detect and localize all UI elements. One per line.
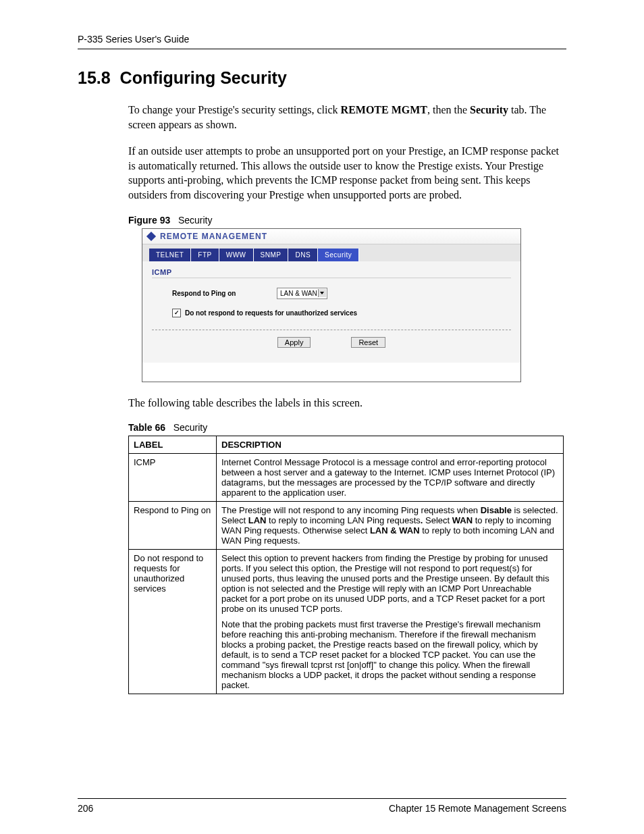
tab-row: TELNET FTP WWW SNMP DNS Security: [142, 244, 520, 261]
window-titlebar: REMOTE MANAGEMENT: [142, 229, 520, 244]
section-heading: 15.8 Configuring Security: [78, 68, 566, 88]
table-title: Security: [173, 422, 208, 433]
tab-dns[interactable]: DNS: [288, 249, 318, 261]
tab-www[interactable]: WWW: [219, 249, 254, 261]
security-panel: ICMP Respond to Ping on LAN & WAN ✓ Do n…: [142, 261, 520, 363]
table-header-row: LABEL DESCRIPTION: [129, 436, 564, 454]
page-number: 206: [78, 803, 93, 814]
cell-description: Select this option to prevent hackers fr…: [217, 550, 564, 694]
intro-paragraph-2: If an outside user attempts to probe an …: [128, 144, 566, 202]
text-fragment: The Prestige will not respond to any inc…: [221, 505, 481, 515]
bold-lan-wan: LAN & WAN: [370, 525, 420, 536]
tab-telnet[interactable]: TELNET: [149, 249, 191, 261]
table-row: Respond to Ping on The Prestige will not…: [129, 502, 564, 550]
text-fragment: To change your Prestige's security setti…: [128, 104, 341, 115]
cell-description: The Prestige will not respond to any inc…: [217, 502, 564, 550]
respond-ping-select[interactable]: LAN & WAN: [277, 288, 327, 299]
bold-disable: Disable: [481, 505, 512, 515]
anti-probe-row: ✓ Do not respond to requests for unautho…: [152, 309, 511, 317]
anti-probe-label: Do not respond to requests for unauthori…: [185, 309, 357, 317]
table-caption: Table 66 Security: [128, 422, 566, 433]
text-fragment: Select: [423, 515, 452, 525]
panel-subheading: ICMP: [152, 268, 511, 278]
tab-snmp[interactable]: SNMP: [254, 249, 289, 261]
bold-lan: LAN: [248, 515, 267, 525]
apply-button[interactable]: Apply: [277, 337, 311, 348]
figure-caption: Figure 93 Security: [128, 215, 566, 226]
table-label: Table 66: [128, 422, 165, 433]
select-value: LAN & WAN: [280, 288, 317, 298]
cell-description: Internet Control Message Protocol is a m…: [217, 454, 564, 502]
cell-label: Do not respond to requests for unauthori…: [129, 550, 217, 694]
intro-paragraph-1: To change your Prestige's security setti…: [128, 103, 566, 132]
page-footer: 206 Chapter 15 Remote Management Screens: [78, 798, 566, 814]
description-paragraph: Note that the probing packets must first…: [221, 619, 558, 690]
diamond-icon: [146, 231, 156, 240]
tab-security[interactable]: Security: [318, 249, 359, 261]
chapter-title: Chapter 15 Remote Management Screens: [389, 803, 566, 814]
description-paragraph: Select this option to prevent hackers fr…: [221, 553, 558, 614]
table-row: Do not respond to requests for unauthori…: [129, 550, 564, 694]
bold-remote-mgmt: REMOTE MGMT: [341, 104, 427, 115]
col-header-label: LABEL: [129, 436, 217, 454]
text-fragment: to reply to incoming LAN Ping requests: [266, 515, 420, 525]
cell-label: Respond to Ping on: [129, 502, 217, 550]
guide-title: P-335 Series User's Guide: [78, 34, 189, 45]
bold-security: Security: [470, 104, 508, 115]
anti-probe-checkbox[interactable]: ✓: [172, 309, 181, 317]
chevron-down-icon: [318, 289, 326, 297]
respond-ping-label: Respond to Ping on: [172, 290, 277, 297]
figure-label: Figure 93: [128, 215, 170, 226]
col-header-description: DESCRIPTION: [217, 436, 564, 454]
running-header: P-335 Series User's Guide: [78, 34, 566, 49]
bold-wan: WAN: [452, 515, 473, 525]
security-description-table: LABEL DESCRIPTION ICMP Internet Control …: [128, 436, 564, 694]
cell-label: ICMP: [129, 454, 217, 502]
button-row: Apply Reset: [152, 337, 511, 348]
reset-button[interactable]: Reset: [351, 337, 385, 348]
window-title: REMOTE MANAGEMENT: [160, 232, 267, 241]
figure-screenshot: REMOTE MANAGEMENT TELNET FTP WWW SNMP DN…: [142, 228, 521, 382]
text-fragment: , then the: [427, 104, 470, 115]
divider: [152, 330, 511, 330]
section-title: Configuring Security: [120, 68, 287, 87]
figure-title: Security: [178, 215, 213, 226]
respond-ping-row: Respond to Ping on LAN & WAN: [152, 288, 511, 299]
table-row: ICMP Internet Control Message Protocol i…: [129, 454, 564, 502]
section-number: 15.8: [78, 68, 111, 87]
table-intro-paragraph: The following table describes the labels…: [128, 396, 566, 411]
tab-ftp[interactable]: FTP: [191, 249, 219, 261]
